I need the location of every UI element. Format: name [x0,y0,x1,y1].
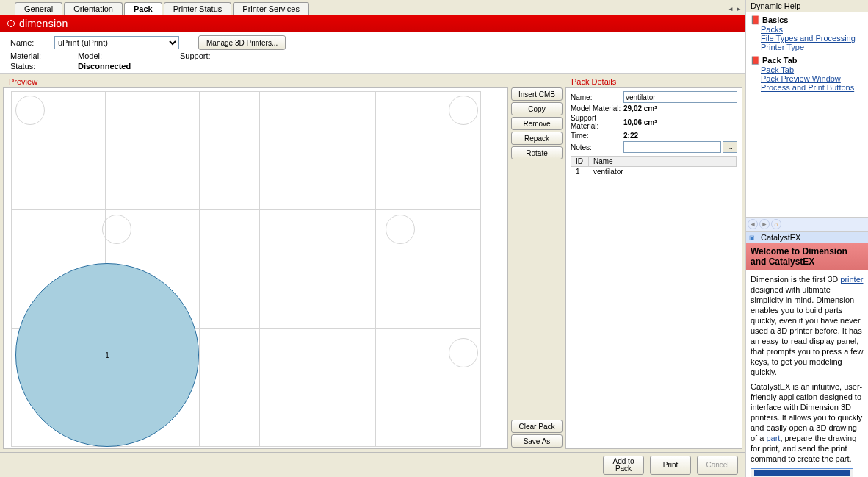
notes-expand-button[interactable]: ... [723,141,737,153]
clear-pack-button[interactable]: Clear Pack [511,420,563,433]
link-printer-type[interactable]: Printer Type [761,43,864,51]
book-icon: 📕 [751,15,761,24]
support-material-label: Support Material: [571,114,623,130]
brand-bar: dimension [0,15,745,32]
preview-title: Preview [3,77,508,87]
item-id: 1 [571,167,589,176]
link-pack-preview[interactable]: Pack Preview Window [761,74,864,83]
tab-bar: General Orientation Pack Printer Status … [0,0,745,15]
time-label: Time: [571,132,623,140]
brand-name: dimension [19,18,68,29]
item-name: ventilator [589,167,737,176]
help-content: Dimension is the first 3D printer design… [746,270,868,477]
printer-select[interactable]: uPrint (uPrint) [54,36,179,49]
status-value: Disconnected [78,62,131,71]
pack-details-panel: Name: Model Material: 29,02 cm³ Support … [565,87,742,449]
preview-canvas[interactable]: 1 [3,87,508,449]
tab-orientation[interactable]: Orientation [64,2,123,15]
rotate-button[interactable]: Rotate [511,146,563,159]
model-material-label: Model Material: [571,104,623,112]
pack-items-list: ID Name 1 ventilator [571,156,737,445]
manage-printers-button[interactable]: Manage 3D Printers... [198,35,286,50]
tab-printer-status[interactable]: Printer Status [164,2,232,15]
footer-bar: Add to Pack Print Cancel [0,452,745,477]
screenshot-thumbnail[interactable] [751,468,853,477]
page-icon: ▣ [749,234,755,241]
status-label: Status: [10,62,43,71]
printer-panel: Name: uPrint (uPrint) Manage 3D Printers… [0,32,745,74]
pack-actions: Insert CMB Copy Remove Repack Rotate Cle… [511,77,563,449]
tab-scroll-left-icon[interactable]: ◄ [727,6,734,15]
help-home-icon[interactable]: ⌂ [771,219,781,229]
link-process-print[interactable]: Process and Print Buttons [761,83,864,92]
pack-name-input[interactable] [623,91,737,103]
support-label: Support: [180,51,211,60]
repack-button[interactable]: Repack [511,132,563,145]
pack-name-label: Name: [571,93,623,101]
help-toolbar: ◄ ► ⌂ [746,217,868,232]
tab-scroll-right-icon[interactable]: ► [735,6,742,15]
help-doc-title: CatalystEX [761,233,800,242]
model-material-value: 29,02 cm³ [623,104,657,112]
print-button[interactable]: Print [650,456,691,475]
build-grid: 1 [11,91,481,447]
notes-input[interactable] [623,141,721,153]
book-icon: 📕 [751,56,761,65]
remove-button[interactable]: Remove [511,117,563,130]
cancel-button: Cancel [697,456,738,475]
copy-button[interactable]: Copy [511,102,563,115]
help-forward-icon[interactable]: ► [759,219,770,229]
list-item[interactable]: 1 ventilator [571,167,737,176]
model-label: Model: [78,51,102,60]
part-number-label: 1 [105,351,109,359]
printer-name-label: Name: [10,38,43,47]
notes-label: Notes: [571,143,623,151]
support-material-value: 10,06 cm³ [623,118,657,126]
tab-general[interactable]: General [15,2,62,15]
link-part-gloss[interactable]: part [766,434,780,442]
dynamic-help-header: Dynamic Help [746,0,868,12]
packed-part-1[interactable]: 1 [15,263,199,447]
link-pack-tab[interactable]: Pack Tab [761,65,864,74]
material-label: Material: [10,51,43,60]
tab-pack[interactable]: Pack [124,2,162,15]
save-as-button[interactable]: Save As [511,434,563,448]
add-to-pack-button[interactable]: Add to Pack [603,456,644,475]
help-title-bar: ▣ CatalystEX [746,232,868,243]
link-file-types[interactable]: File Types and Processing [761,34,864,43]
packtab-heading: Pack Tab [762,56,798,65]
insert-cmb-button[interactable]: Insert CMB [511,87,563,101]
link-printer-gloss[interactable]: printer [840,275,863,284]
link-packs[interactable]: Packs [761,25,864,34]
tab-printer-services[interactable]: Printer Services [233,2,309,15]
basics-heading: Basics [762,15,788,24]
help-back-icon[interactable]: ◄ [748,219,758,229]
brand-logo-icon [7,20,15,27]
time-value: 2:22 [623,132,638,140]
help-welcome-banner: Welcome to Dimension and CatalystEX [746,243,868,270]
help-links-area: 📕Basics Packs File Types and Processing … [746,12,868,217]
details-title: Pack Details [565,77,742,87]
col-name-header[interactable]: Name [589,157,737,166]
col-id-header[interactable]: ID [571,157,589,166]
